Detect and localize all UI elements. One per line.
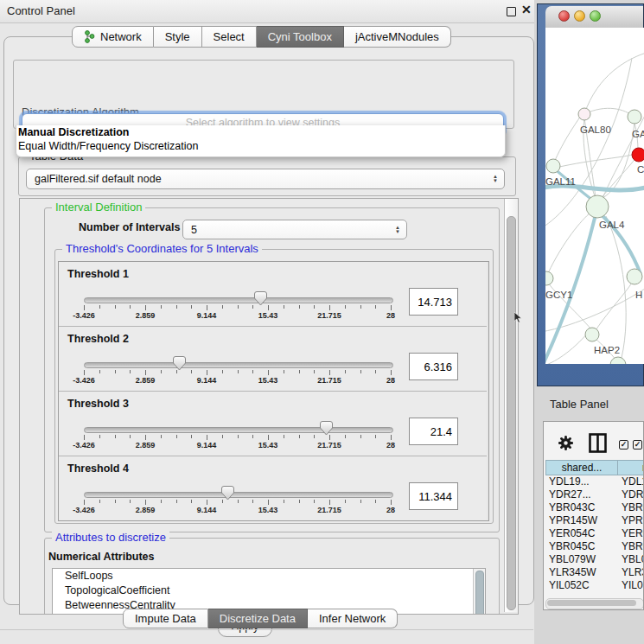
network-node[interactable] bbox=[610, 357, 626, 364]
tab-infer-network[interactable]: Infer Network bbox=[308, 609, 398, 628]
network-window-titlebar[interactable] bbox=[545, 6, 643, 29]
network-canvas[interactable]: GAL80GACGAL11GAL4GCY1HHAP2 bbox=[545, 28, 644, 364]
slider-track[interactable] bbox=[84, 427, 393, 433]
cell-name[interactable]: YDR2 bbox=[622, 488, 644, 501]
float-window-icon[interactable] bbox=[507, 7, 516, 16]
network-node-gcy1[interactable] bbox=[545, 271, 553, 285]
minor-tick bbox=[238, 500, 239, 503]
threshold-value-field[interactable]: 14.713 bbox=[409, 288, 458, 316]
panel-title: Control Panel bbox=[7, 4, 75, 17]
minor-tick bbox=[284, 500, 284, 503]
cell-shared-name[interactable]: YLR345W bbox=[549, 566, 596, 578]
major-tick bbox=[145, 500, 146, 505]
zoom-traffic-light[interactable] bbox=[590, 10, 601, 22]
table-row[interactable]: YBR043CYBR0 bbox=[544, 501, 644, 514]
network-node-gal80[interactable] bbox=[578, 108, 590, 120]
minor-tick bbox=[375, 500, 376, 503]
algorithm-option-manual[interactable]: Manual Discretization bbox=[16, 125, 505, 139]
slider-thumb[interactable] bbox=[320, 421, 333, 436]
cell-name[interactable]: YBL0 bbox=[622, 553, 644, 565]
major-tick bbox=[84, 435, 85, 440]
cell-shared-name[interactable]: YBL079W bbox=[549, 553, 596, 565]
table-horizontal-scrollbar[interactable] bbox=[545, 598, 644, 609]
column-header-name[interactable]: na bbox=[617, 460, 644, 475]
settings-scrollbar[interactable] bbox=[504, 199, 518, 612]
minor-tick bbox=[252, 435, 253, 438]
major-tick bbox=[391, 500, 392, 505]
major-tick bbox=[145, 370, 146, 375]
threshold-label: Threshold 4 bbox=[67, 462, 129, 475]
tab-jactivemnodules[interactable]: jActiveMNodules bbox=[344, 26, 451, 48]
split-columns-icon[interactable] bbox=[589, 433, 607, 456]
number-of-intervals-combobox[interactable]: 5 ▲▼ bbox=[182, 220, 407, 239]
cell-shared-name[interactable]: YIL052C bbox=[549, 579, 590, 591]
tab-discretize-data[interactable]: Discretize Data bbox=[208, 609, 308, 628]
cell-shared-name[interactable]: YBR045C bbox=[549, 540, 595, 552]
cell-name[interactable]: YBR0 bbox=[622, 501, 644, 513]
cell-name[interactable]: YER0 bbox=[622, 527, 644, 539]
slider-thumb[interactable] bbox=[221, 486, 234, 501]
cell-name[interactable]: YIL0 bbox=[622, 579, 643, 591]
settings-scrollbar-thumb[interactable] bbox=[507, 216, 516, 610]
table-row[interactable]: YIL052CYIL0 bbox=[544, 579, 644, 592]
attributes-scrollbar-thumb[interactable] bbox=[475, 571, 484, 615]
gear-icon[interactable] bbox=[558, 435, 574, 455]
table-row[interactable]: YER054CYER0 bbox=[544, 527, 644, 540]
major-tick bbox=[84, 370, 85, 375]
network-node-gal4[interactable] bbox=[586, 195, 609, 218]
close-traffic-light[interactable] bbox=[558, 10, 570, 22]
minor-tick bbox=[161, 370, 162, 373]
column-header-shared-name[interactable]: shared... bbox=[545, 460, 618, 475]
cell-shared-name[interactable]: YDL19... bbox=[549, 475, 590, 488]
threshold-value-field[interactable]: 6.316 bbox=[409, 353, 458, 380]
minimize-traffic-light[interactable] bbox=[574, 10, 585, 22]
table-row[interactable]: YBR045CYBR0 bbox=[544, 540, 644, 553]
cell-name[interactable]: YDL1 bbox=[622, 475, 644, 488]
slider-thumb[interactable] bbox=[254, 291, 267, 306]
attribute-item[interactable]: TopologicalCoefficient bbox=[53, 583, 485, 598]
close-icon[interactable]: ✕ bbox=[521, 3, 532, 16]
numerical-attributes-list: SelfLoopsTopologicalCoefficientBetweenne… bbox=[52, 568, 486, 615]
minor-tick bbox=[161, 305, 162, 309]
tab-select[interactable]: Select bbox=[202, 26, 257, 48]
algorithm-option-equal-width[interactable]: Equal Width/Frequency Discretization bbox=[16, 139, 505, 153]
cell-shared-name[interactable]: YBR043C bbox=[549, 501, 595, 513]
table-row[interactable]: YLR345WYLR3 bbox=[544, 566, 644, 579]
table-row[interactable]: YDR27...YDR2 bbox=[544, 488, 644, 501]
tab-network[interactable]: Network bbox=[72, 26, 154, 48]
table-row[interactable]: YBL079WYBL0 bbox=[544, 553, 644, 566]
network-node-gal11[interactable] bbox=[546, 159, 560, 173]
cell-shared-name[interactable]: YER054C bbox=[549, 527, 595, 539]
tick-label: 2.859 bbox=[136, 506, 156, 514]
slider-track[interactable] bbox=[84, 492, 393, 498]
tick-label: 15.43 bbox=[258, 311, 278, 320]
cell-shared-name[interactable]: YDR27... bbox=[549, 488, 591, 501]
tab-style[interactable]: Style bbox=[154, 26, 202, 48]
cell-name[interactable]: YPR1 bbox=[622, 514, 644, 526]
table-row[interactable]: YPR145WYPR1 bbox=[544, 514, 644, 527]
network-node-hap2[interactable] bbox=[585, 328, 599, 341]
network-node-c[interactable] bbox=[632, 148, 644, 162]
tab-cyni-toolbox[interactable]: Cyni Toolbox bbox=[257, 26, 344, 48]
cell-name[interactable]: YBR0 bbox=[622, 540, 644, 552]
slider-thumb[interactable] bbox=[173, 356, 186, 371]
cell-name[interactable]: YLR3 bbox=[622, 566, 644, 578]
minor-tick bbox=[222, 305, 223, 309]
table-row[interactable]: YDL19...YDL1 bbox=[544, 475, 644, 488]
slider-track[interactable] bbox=[84, 362, 393, 368]
slider-track[interactable] bbox=[84, 297, 393, 303]
cell-shared-name[interactable]: YPR145W bbox=[549, 514, 597, 526]
checkbox-icon[interactable]: ✓ bbox=[633, 440, 642, 450]
network-node-h[interactable] bbox=[627, 269, 642, 284]
tab-impute-data[interactable]: Impute Data bbox=[123, 609, 208, 628]
table-data-combobox[interactable]: galFiltered.sif default node ▲▼ bbox=[26, 169, 505, 189]
attribute-item[interactable]: SelfLoops bbox=[53, 569, 485, 583]
minor-tick bbox=[345, 435, 346, 438]
threshold-value-field[interactable]: 21.4 bbox=[409, 418, 458, 445]
network-node-ga[interactable] bbox=[628, 110, 641, 124]
attributes-scrollbar[interactable] bbox=[473, 569, 485, 615]
threshold-value-field[interactable]: 11.344 bbox=[409, 482, 458, 510]
network-view-window: GAL80GACGAL11GAL4GCY1HHAP2 bbox=[537, 3, 644, 386]
checkbox-icon[interactable]: ✓ bbox=[619, 440, 628, 450]
table-hscrollbar-thumb[interactable] bbox=[547, 600, 636, 606]
